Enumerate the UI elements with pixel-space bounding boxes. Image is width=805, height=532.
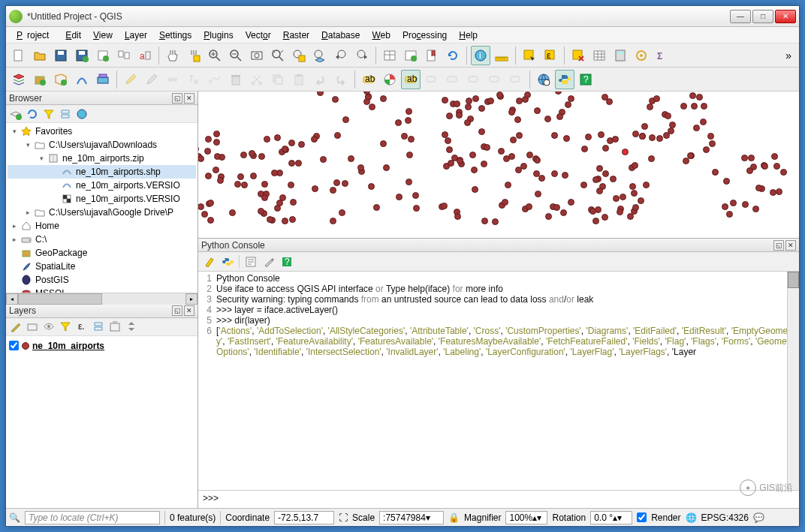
measure-button[interactable] <box>492 46 511 65</box>
tree-item[interactable]: ▾C:\Users\ujaval\Downloads <box>8 138 196 152</box>
label-change-button[interactable] <box>506 70 526 89</box>
tree-item[interactable]: ▾ne_10m_airports.zip <box>8 152 196 165</box>
select-expression-button[interactable]: ε <box>541 46 560 65</box>
data-source-manager-button[interactable] <box>9 70 29 89</box>
metasearch-button[interactable] <box>534 70 553 89</box>
cut-button[interactable] <box>247 70 267 89</box>
browser-close-button[interactable]: ✕ <box>184 93 194 104</box>
scroll-left-icon[interactable]: ◂ <box>6 293 18 305</box>
scale-input[interactable]: :75747984 ▾ <box>379 511 444 524</box>
layers-close-button[interactable]: ✕ <box>184 305 194 316</box>
layer-row[interactable]: ne_10m_airports <box>9 339 194 353</box>
zoom-full-button[interactable] <box>268 46 288 65</box>
crs-icon[interactable]: 🌐 <box>686 512 697 523</box>
tree-item[interactable]: ▸C:\Users\ujaval\Google Drive\P <box>8 206 196 219</box>
label-move-button[interactable] <box>464 70 484 89</box>
python-input[interactable]: >>> <box>198 490 799 508</box>
new-bookmark-button[interactable] <box>401 46 421 65</box>
attr-table-button[interactable] <box>589 46 609 65</box>
help-icon[interactable]: ? <box>280 255 294 269</box>
menu-web[interactable]: Web <box>367 29 394 42</box>
paste-button[interactable] <box>289 70 309 89</box>
new-project-button[interactable] <box>9 46 29 65</box>
layer-style-icon[interactable] <box>9 320 23 333</box>
label-rotate-button[interactable] <box>485 70 505 89</box>
layout-manager-button[interactable] <box>114 46 134 65</box>
zoom-in-button[interactable] <box>205 46 225 65</box>
menu-vector[interactable]: Vector <box>241 29 276 42</box>
menu-edit[interactable]: Edit <box>61 29 86 42</box>
menu-raster[interactable]: Raster <box>279 29 314 42</box>
minimize-button[interactable]: — <box>730 10 751 23</box>
scale-lock-icon[interactable]: 🔒 <box>448 512 460 523</box>
rotation-input[interactable]: 0.0 ° ▴▾ <box>590 511 632 524</box>
python-vscroll[interactable] <box>787 272 799 490</box>
layer-expand-icon[interactable] <box>92 320 105 333</box>
new-virtual-layer-button[interactable] <box>93 70 113 89</box>
new-spatialite-button[interactable] <box>72 70 92 89</box>
select-features-button[interactable] <box>520 46 539 65</box>
move-feature-button[interactable] <box>184 70 204 89</box>
show-bookmarks-button[interactable] <box>422 46 442 65</box>
browser-tree[interactable]: ▾Favorites▾C:\Users\ujaval\Downloads▾ne_… <box>6 123 197 293</box>
crs-label[interactable]: EPSG:4326 <box>701 512 749 523</box>
zoom-selection-button[interactable] <box>289 46 309 65</box>
tree-item[interactable]: ne_10m_airports.shp <box>8 165 196 179</box>
python-undock-button[interactable]: ◱ <box>773 240 784 251</box>
locator-input[interactable]: Type to locate (Ctrl+K) <box>25 511 160 524</box>
tree-item[interactable]: PostGIS <box>8 273 196 287</box>
menu-layer[interactable]: Layer <box>120 29 152 42</box>
processing-toolbox-button[interactable] <box>632 46 651 65</box>
close-button[interactable]: ✕ <box>775 10 796 23</box>
collapse-icon[interactable] <box>59 107 72 121</box>
tree-item[interactable]: ne_10m_airports.VERSIO <box>8 179 196 192</box>
node-tool-button[interactable] <box>205 70 225 89</box>
pan-to-selection-button[interactable] <box>184 46 204 65</box>
refresh-icon[interactable] <box>26 107 39 121</box>
browser-undock-button[interactable]: ◱ <box>172 93 182 104</box>
zoom-out-button[interactable] <box>226 46 246 65</box>
maximize-button[interactable]: □ <box>752 10 773 23</box>
show-editor-icon[interactable] <box>244 255 258 269</box>
python-output[interactable]: 1Python Console2Use iface to access QGIS… <box>198 272 799 490</box>
style-manager-button[interactable]: a <box>135 46 155 65</box>
menu-view[interactable]: View <box>89 29 117 42</box>
toggle-extents-icon[interactable]: ⛶ <box>339 512 348 523</box>
clear-console-icon[interactable] <box>203 255 216 269</box>
diagram-button[interactable] <box>380 70 399 89</box>
undo-button[interactable] <box>310 70 330 89</box>
pan-button[interactable] <box>163 46 182 65</box>
menu-plugins[interactable]: Plugins <box>199 29 237 42</box>
zoom-last-button[interactable] <box>331 46 351 65</box>
settings-icon[interactable] <box>262 255 276 269</box>
run-command-icon[interactable] <box>221 255 234 269</box>
deselect-button[interactable] <box>568 46 588 65</box>
new-map-view-button[interactable] <box>380 46 399 65</box>
coordinate-input[interactable]: -72.5,13.7 <box>274 511 334 524</box>
save-edits-button[interactable] <box>142 70 161 89</box>
tree-item[interactable]: ne_10m_airports.VERSIO <box>8 192 196 206</box>
layer-expression-icon[interactable]: ε. <box>75 320 89 333</box>
add-layer-icon[interactable] <box>9 107 23 121</box>
statistics-button[interactable]: Σ <box>653 46 672 65</box>
label-show-button[interactable] <box>443 70 463 89</box>
layer-checkbox[interactable] <box>9 341 19 350</box>
layer-collapse-icon[interactable] <box>125 320 138 333</box>
save-as-button[interactable] <box>72 46 92 65</box>
browser-hscroll[interactable]: ◂ ▸ <box>6 293 197 305</box>
python-close-button[interactable]: ✕ <box>785 240 796 251</box>
identify-button[interactable]: i <box>471 46 490 65</box>
zoom-next-button[interactable] <box>352 46 372 65</box>
magnifier-input[interactable]: 100% ▴▾ <box>505 511 547 524</box>
label-single-button[interactable]: abc <box>359 70 378 89</box>
layers-undock-button[interactable]: ◱ <box>172 305 182 316</box>
zoom-native-button[interactable] <box>247 46 267 65</box>
scroll-right-icon[interactable]: ▸ <box>185 293 197 305</box>
layer-visibility-icon[interactable] <box>42 320 56 333</box>
delete-selected-button[interactable] <box>226 70 246 89</box>
map-canvas[interactable] <box>198 92 799 239</box>
render-checkbox[interactable] <box>637 512 647 522</box>
tree-item[interactable]: ▸Home <box>8 219 196 233</box>
open-project-button[interactable] <box>30 46 50 65</box>
new-shapefile-button[interactable] <box>51 70 71 89</box>
